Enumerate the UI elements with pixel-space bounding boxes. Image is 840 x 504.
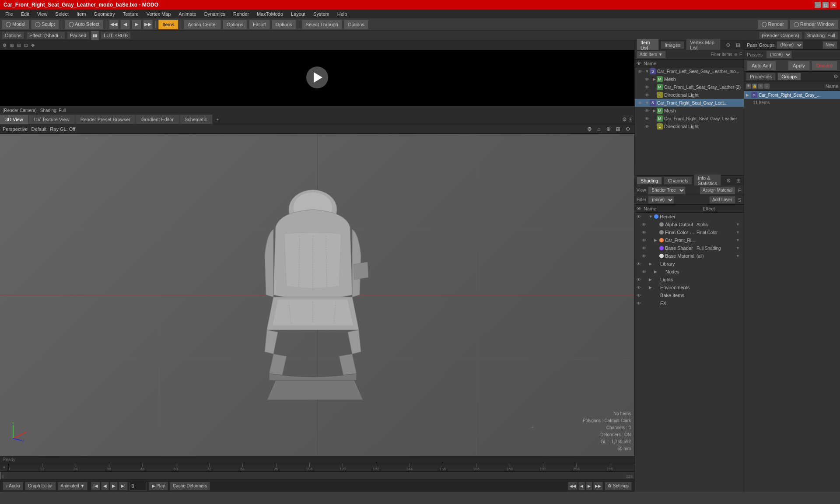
render-window-btn[interactable]: ◯ Render Window bbox=[790, 20, 838, 29]
auto-add-btn[interactable]: Auto Add bbox=[747, 61, 776, 70]
effect-display[interactable]: Effect: (Shadi... bbox=[26, 32, 65, 39]
tree-item-4[interactable]: 👁 L Directional Light bbox=[635, 91, 744, 99]
tab-shading[interactable]: Shading bbox=[637, 177, 662, 185]
menu-file[interactable]: File bbox=[2, 10, 17, 18]
sh-dropdown-final[interactable]: ▼ bbox=[736, 230, 742, 234]
sh-eye-library[interactable]: 👁 bbox=[637, 262, 643, 266]
sh-dropdown-base-shader[interactable]: ▼ bbox=[736, 246, 742, 250]
sh-chevron-env[interactable]: ▶ bbox=[649, 285, 654, 290]
preview-aspect-icon[interactable]: ⊡ bbox=[24, 43, 28, 48]
sh-row-lights[interactable]: 👁 ▶ Lights bbox=[635, 276, 744, 284]
sh-chevron-render[interactable]: ▼ bbox=[649, 214, 654, 219]
tab-gradient-editor[interactable]: Gradient Editor bbox=[136, 115, 179, 124]
tab-images[interactable]: Images bbox=[661, 41, 684, 49]
sh-row-fx[interactable]: 👁 FX bbox=[635, 299, 744, 307]
model-mode-btn[interactable]: ◯ Model bbox=[2, 20, 29, 29]
eye-icon-3[interactable]: 👁 bbox=[644, 85, 651, 90]
nav-btn-1[interactable]: ◀◀ bbox=[109, 20, 119, 29]
animated-btn[interactable]: Animated ▼ bbox=[58, 482, 88, 490]
menu-render[interactable]: Render bbox=[230, 10, 252, 18]
window-controls[interactable]: ─ □ ✕ bbox=[815, 2, 836, 8]
prev-frame-btn[interactable]: ◀ bbox=[101, 482, 109, 490]
settings-btn[interactable]: ⚙ Settings bbox=[605, 482, 632, 490]
transport-3[interactable]: ▶ bbox=[586, 482, 592, 490]
fr-item-arrow[interactable]: ▶ bbox=[746, 93, 751, 97]
new-group-btn[interactable]: New bbox=[822, 41, 837, 49]
falloff-btn[interactable]: Falloff bbox=[249, 20, 270, 29]
eye-icon-4[interactable]: 👁 bbox=[644, 93, 651, 98]
tab-channels[interactable]: Channels bbox=[664, 177, 692, 185]
tab-groups[interactable]: Groups bbox=[777, 73, 801, 80]
menu-view[interactable]: View bbox=[34, 10, 51, 18]
minimize-btn[interactable]: ─ bbox=[815, 2, 821, 8]
sh-row-car-mat[interactable]: 👁 ▶ Car_Front_Right_Seat_Gr... ▼ bbox=[635, 236, 744, 244]
item-list-settings-icon[interactable]: ⚙ bbox=[724, 42, 732, 48]
transport-1[interactable]: ◀◀ bbox=[568, 482, 578, 490]
auto-select-btn[interactable]: ◯ Auto Select bbox=[65, 20, 104, 29]
fr-icon-add[interactable]: + bbox=[758, 84, 763, 89]
sh-chevron-library[interactable]: ▶ bbox=[649, 262, 654, 266]
eye-icon-2[interactable]: 👁 bbox=[644, 77, 651, 82]
sh-dropdown-base-mat[interactable]: ▼ bbox=[736, 254, 742, 258]
sh-eye-render[interactable]: 👁 bbox=[637, 214, 643, 219]
options-3-btn[interactable]: Options bbox=[344, 20, 368, 29]
sh-eye-env[interactable]: 👁 bbox=[637, 285, 643, 290]
tab-properties[interactable]: Properties bbox=[746, 73, 776, 80]
tab-maximize-icon[interactable]: ⊞ bbox=[628, 116, 633, 122]
audio-btn[interactable]: ♪ Audio bbox=[3, 482, 23, 490]
eye-icon-8[interactable]: 👁 bbox=[644, 124, 651, 129]
nav-btn-3[interactable]: ▶ bbox=[132, 20, 141, 29]
play-btn-label[interactable]: ▶ Play bbox=[149, 482, 168, 490]
filter-close-icon[interactable]: F bbox=[739, 52, 742, 57]
fr-icon-lock[interactable]: 🔒 bbox=[752, 84, 757, 89]
items-btn[interactable]: Items bbox=[158, 20, 178, 29]
add-item-btn[interactable]: Add Item ▼ bbox=[637, 51, 666, 59]
add-layer-btn[interactable]: Add Layer bbox=[709, 196, 735, 204]
sh-chevron-car[interactable]: ▶ bbox=[654, 238, 659, 242]
tree-item-1[interactable]: 👁 ▼ S Car_Front_Left_Seat_Gray_Leather_m… bbox=[635, 67, 744, 75]
item-list-body[interactable]: 👁 ▼ S Car_Front_Left_Seat_Gray_Leather_m… bbox=[635, 67, 744, 175]
sh-eye-fx[interactable]: 👁 bbox=[637, 301, 643, 306]
menu-layout[interactable]: Layout bbox=[287, 10, 309, 18]
fr-item-car-right[interactable]: ▶ S Car_Front_Right_Seat_Gray_... bbox=[744, 91, 840, 99]
tree-item-3[interactable]: 👁 M Car_Front_Left_Seat_Gray_Leather (2) bbox=[635, 83, 744, 91]
fr-settings-icon[interactable]: ⚙ bbox=[833, 74, 838, 80]
tab-settings-icon[interactable]: ⚙ bbox=[622, 116, 627, 122]
sh-row-library[interactable]: 👁 ▶ Library bbox=[635, 260, 744, 268]
arrow-6[interactable]: ▶ bbox=[651, 108, 657, 113]
action-center-btn[interactable]: Action Center bbox=[184, 20, 221, 29]
cache-deformers-btn[interactable]: Cache Deformers bbox=[170, 482, 210, 490]
options-1-btn[interactable]: Options bbox=[223, 20, 247, 29]
pass-groups-select[interactable]: (None) bbox=[777, 41, 803, 49]
ray-gl-label[interactable]: Ray GL: Off bbox=[50, 126, 75, 132]
view-more-icon[interactable]: ⚙ bbox=[624, 125, 632, 133]
sh-dropdown-car[interactable]: ▼ bbox=[736, 238, 742, 242]
menu-item[interactable]: Item bbox=[73, 10, 89, 18]
arrow-1[interactable]: ▼ bbox=[644, 69, 650, 74]
paused-btn[interactable]: Paused bbox=[67, 32, 89, 39]
timeline-ruler[interactable]: ▼ 01224364860728496108120132144156168180… bbox=[0, 463, 634, 472]
sh-eye-base-mat[interactable]: 👁 bbox=[642, 254, 648, 259]
shading-max-icon[interactable]: ⊞ bbox=[735, 178, 742, 184]
eye-icon-7[interactable]: 👁 bbox=[644, 116, 651, 121]
sh-dropdown-alpha[interactable]: ▼ bbox=[736, 222, 742, 227]
menu-select[interactable]: Select bbox=[52, 10, 72, 18]
go-start-btn[interactable]: |◀ bbox=[91, 482, 100, 490]
view-settings-icon[interactable]: ⚙ bbox=[585, 125, 593, 133]
tree-item-8[interactable]: 👁 L Directional Light bbox=[635, 122, 744, 130]
perspective-label[interactable]: Perspective bbox=[3, 126, 28, 132]
default-label[interactable]: Default bbox=[31, 126, 46, 132]
nav-btn-2[interactable]: ◀ bbox=[120, 20, 130, 29]
transport-4[interactable]: ▶▶ bbox=[593, 482, 603, 490]
maximize-btn[interactable]: □ bbox=[822, 2, 829, 8]
sh-eye-bake[interactable]: 👁 bbox=[637, 293, 643, 298]
close-btn[interactable]: ✕ bbox=[830, 2, 836, 8]
sculpt-mode-btn[interactable]: ◯ Sculpt bbox=[31, 20, 59, 29]
menu-system[interactable]: System bbox=[310, 10, 333, 18]
fr-icon-remove[interactable]: - bbox=[764, 84, 770, 89]
tree-item-7[interactable]: 👁 M Car_Front_Right_Seat_Gray_Leather bbox=[635, 115, 744, 122]
select-through-btn[interactable]: Select Through bbox=[302, 20, 342, 29]
filter-none-select[interactable]: (none) bbox=[648, 196, 674, 204]
transport-2[interactable]: ◀ bbox=[578, 482, 585, 490]
tab-render-preset[interactable]: Render Preset Browser bbox=[75, 115, 136, 124]
